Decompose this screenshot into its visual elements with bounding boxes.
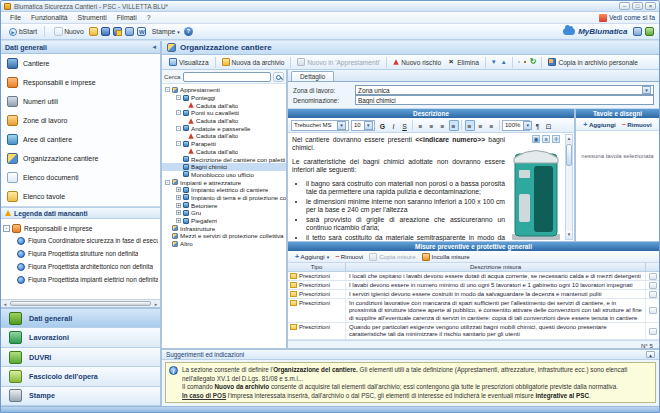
tavole-aggiungi-button[interactable]: Aggiungi [583, 121, 615, 128]
row-detail-button[interactable] [649, 282, 657, 289]
nuovo-rischio-button[interactable]: Nuovo rischio [390, 58, 444, 67]
tree-item-risk[interactable]: Caduta dall'alto [162, 101, 286, 109]
tree-item[interactable]: +Impianto elettrico di cantiere [162, 186, 286, 194]
paste-icon[interactable] [524, 61, 526, 63]
tree-expander[interactable]: + [176, 195, 181, 200]
tree-expander[interactable]: + [176, 187, 181, 192]
tree-item[interactable]: Mezzi e servizi di protezione collettiva [162, 232, 286, 240]
denominazione-field[interactable]: Bagni chimici [355, 95, 654, 105]
misure-rimuovi-button[interactable]: Rimuovi [335, 253, 363, 260]
elimina-button[interactable]: Elimina [444, 57, 482, 67]
maximize-button[interactable] [632, 2, 643, 10]
menu-file[interactable]: File [5, 14, 26, 21]
row-detail-button[interactable] [649, 328, 657, 335]
save-icon[interactable] [101, 27, 110, 36]
stampe-button[interactable]: Stampe [148, 27, 184, 36]
zona-lavoro-select[interactable]: Zona unica [355, 85, 654, 95]
myblumatica-brand[interactable]: MyBlumatica [578, 27, 627, 36]
collapse-panel-icon[interactable] [646, 351, 655, 358]
calendar-icon[interactable] [645, 27, 654, 36]
settings-icon[interactable] [633, 27, 642, 36]
tree-item[interactable]: Altro [162, 240, 286, 248]
misura-row[interactable]: Prescrizioni Quando per particolari esig… [288, 323, 659, 340]
section-dati-generali[interactable]: Dati generali [1, 309, 160, 328]
collapse-sidebar-icon[interactable] [152, 43, 156, 51]
copia-misure-button[interactable]: Copia misure [369, 253, 415, 261]
save-all-icon[interactable] [125, 27, 134, 36]
save-as-icon[interactable] [113, 27, 122, 36]
tree-item[interactable]: Recinzione del cantiere con paletti e re… [162, 155, 286, 163]
minimize-button[interactable] [619, 2, 630, 10]
scrollbar-thumb[interactable] [566, 144, 572, 166]
legend-item[interactable]: Figura Coordinatore sicurezza in fase di… [3, 234, 158, 247]
search-button[interactable] [273, 72, 284, 82]
tree-item[interactable]: -Ponti su cavalletti [162, 109, 286, 117]
sidebar-item-cantiere[interactable]: Cantiere [1, 54, 160, 73]
tree-item[interactable]: -Andatoie e passerelle [162, 124, 286, 132]
scroll-right-icon[interactable] [153, 301, 159, 307]
bstart-button[interactable]: bStart [5, 27, 41, 37]
tree-item-selected[interactable]: Bagni chimici [162, 163, 286, 171]
nuova-da-archivio-button[interactable]: Nuova da archivio [219, 57, 288, 67]
underline-button[interactable]: S [400, 120, 410, 131]
tree-expander[interactable]: + [176, 203, 181, 208]
menu-filmati[interactable]: Filmati [112, 14, 142, 21]
copia-archivio-personale-button[interactable]: Copia in archivio personale [545, 57, 641, 67]
pilcrow-button[interactable] [533, 120, 543, 131]
tree-item[interactable]: -Ponteggi [162, 94, 286, 102]
insert-object-button[interactable] [544, 120, 554, 131]
scrollbar-thumb[interactable] [10, 301, 151, 306]
copy-icon[interactable] [518, 61, 520, 63]
tree-expander[interactable]: + [176, 210, 181, 215]
align-right-icon[interactable] [438, 120, 448, 131]
tree-item[interactable]: Monoblocco uso ufficio [162, 171, 286, 179]
section-stampe[interactable]: Stampe [1, 387, 160, 406]
section-lavorazioni[interactable]: Lavorazioni [1, 328, 160, 347]
tree-item-risk[interactable]: Caduta dall'alto [162, 132, 286, 140]
tree-expander[interactable]: - [3, 225, 10, 232]
tree-item[interactable]: -Apprestamenti [162, 86, 286, 94]
section-duvri[interactable]: DUVRI [1, 348, 160, 367]
misura-row[interactable]: Prescrizioni I lavabi devono essere in n… [288, 281, 659, 290]
export-word-icon[interactable]: W [137, 27, 146, 36]
move-up-icon[interactable] [501, 58, 507, 66]
editor-scrollbar[interactable] [565, 134, 573, 240]
tree-expander[interactable]: - [165, 87, 170, 92]
tree-expander[interactable]: - [176, 110, 181, 115]
tree-item[interactable]: -Impianti e attrezzature [162, 178, 286, 186]
sidebar-item-responsabili[interactable]: Responsabili e imprese [1, 73, 160, 92]
zoom-select[interactable]: 100% [502, 120, 530, 131]
close-button[interactable] [645, 2, 656, 10]
column-tipo[interactable]: Tipo [288, 263, 346, 271]
sidebar-item-elenco-documenti[interactable]: Elenco documenti [1, 168, 160, 187]
row-detail-button[interactable] [649, 273, 657, 280]
align-justify-icon[interactable] [449, 120, 459, 131]
sidebar-item-organizzazione[interactable]: Organizzazione cantiere [1, 149, 160, 168]
chevron-down-icon[interactable] [642, 86, 651, 94]
tree-item[interactable]: -Parapetti [162, 140, 286, 148]
tavole-rimuovi-button[interactable]: Rimuovi [622, 121, 652, 128]
move-down-icon[interactable] [491, 58, 497, 66]
tree-item[interactable]: +Impianto di terra e di protezione contr… [162, 194, 286, 202]
misura-row[interactable]: Prescrizioni I locali che ospitano i lav… [288, 272, 659, 281]
legend-item[interactable]: Figura Progettista strutture non definit… [3, 247, 158, 260]
tree-item[interactable]: Infrastrutture [162, 224, 286, 232]
sidebar-item-elenco-tavole[interactable]: Elenco tavole [1, 187, 160, 206]
tree-item[interactable]: +Betoniere [162, 201, 286, 209]
misura-row[interactable]: Prescrizioni I servizi igienici devono e… [288, 290, 659, 299]
search-input[interactable] [183, 72, 271, 82]
editor-body[interactable]: Nel cantiere dovranno essere presenti <<… [288, 133, 574, 241]
misure-aggiungi-button[interactable]: Aggiungi [295, 253, 329, 260]
tree-expander[interactable]: - [176, 141, 181, 146]
legend-item[interactable]: Figura Progettista impianti elettrici no… [3, 273, 158, 286]
tree-item-risk[interactable]: Caduta dall'alto [162, 117, 286, 125]
tree-expander[interactable]: - [176, 126, 181, 131]
tree-item[interactable]: +Gru [162, 209, 286, 217]
row-detail-button[interactable] [649, 307, 657, 314]
tree-expander[interactable]: - [176, 95, 181, 100]
tree-item[interactable]: +Piegaferri [162, 217, 286, 225]
refresh-icon[interactable] [530, 58, 537, 66]
menu-funzionalita[interactable]: Funzionalità [26, 14, 73, 21]
open-icon[interactable] [89, 27, 98, 36]
nuovo-button[interactable]: Nuovo [48, 26, 88, 37]
